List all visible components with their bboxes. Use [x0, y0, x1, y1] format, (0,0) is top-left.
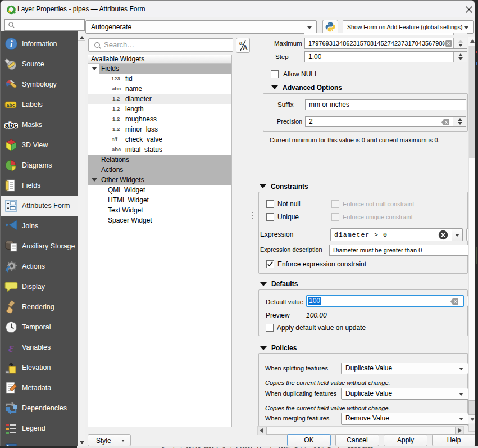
svg-text:abc: abc: [5, 121, 17, 129]
svg-text:abc: abc: [6, 102, 15, 108]
svg-text:i: i: [10, 39, 13, 49]
svg-text:ε: ε: [8, 341, 14, 354]
